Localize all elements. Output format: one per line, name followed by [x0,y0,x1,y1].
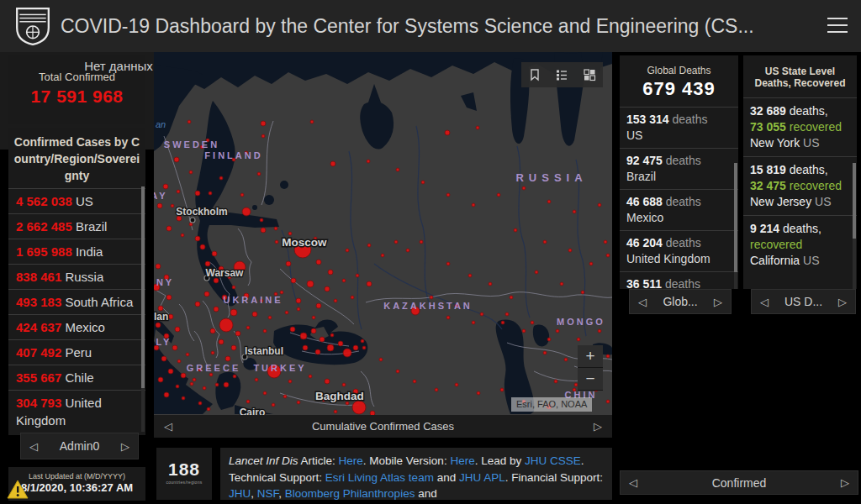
case-dot[interactable] [316,303,321,308]
case-dot[interactable] [235,331,240,336]
case-dot[interactable] [543,351,547,354]
country-row[interactable]: 355 667 Chile [8,365,145,390]
pager-next-icon[interactable]: ▷ [584,420,612,433]
case-dot[interactable] [489,282,492,286]
case-dot[interactable] [577,338,580,341]
country-row[interactable]: 424 637 Mexico [8,314,145,339]
case-dot[interactable] [531,321,534,324]
states-list-scrollbar[interactable] [853,163,856,289]
scrollbar-thumb[interactable] [734,163,737,272]
basemap-grid-icon[interactable] [583,68,596,81]
case-dot[interactable] [343,349,351,357]
case-dot[interactable] [164,392,169,397]
credit-link[interactable]: JHU [229,487,251,500]
case-dot[interactable] [166,295,172,300]
pager-prev-icon[interactable]: ◁ [621,476,646,489]
case-dot[interactable] [207,407,210,411]
case-dot[interactable] [209,192,212,195]
case-dot[interactable] [581,291,584,294]
case-dot[interactable] [210,328,215,333]
case-dot[interactable] [219,176,223,180]
case-dot[interactable] [268,316,272,319]
case-dot[interactable] [211,351,214,354]
case-dot[interactable] [296,298,301,303]
case-dot[interactable] [522,186,526,190]
case-dot[interactable] [156,264,161,269]
map-canvas[interactable]: anSWEDENFINLANDWAYRUSSIAStockholmMoscowW… [154,52,612,415]
case-dot[interactable] [406,249,409,252]
case-dot[interactable] [246,326,250,329]
case-dot[interactable] [231,345,236,350]
case-dot[interactable] [215,383,219,386]
case-dot[interactable] [261,134,265,138]
case-dot[interactable] [283,395,287,398]
case-dot[interactable] [307,281,314,287]
case-dot[interactable] [171,204,174,207]
case-dot[interactable] [446,316,450,319]
case-dot[interactable] [606,400,610,403]
credit-link[interactable]: Esri Living Atlas team [325,471,434,484]
case-dot[interactable] [309,375,312,378]
bookmark-icon[interactable] [528,68,541,81]
case-dot[interactable] [477,391,480,395]
case-dot[interactable] [181,234,184,237]
pager-next-icon[interactable]: ▷ [705,296,731,308]
case-dot[interactable] [435,388,438,391]
case-dot[interactable] [157,203,162,208]
case-dot[interactable] [338,341,343,346]
case-dot[interactable] [166,226,172,231]
case-dot[interactable] [325,286,330,291]
case-dot[interactable] [190,382,193,386]
case-dot[interactable] [181,373,186,378]
case-dot[interactable] [188,120,191,123]
map-container[interactable]: anSWEDENFINLANDWAYRUSSIAStockholmMoscowW… [154,52,612,415]
case-dot[interactable] [175,327,180,332]
case-dot[interactable] [346,249,349,252]
case-dot[interactable] [598,329,601,333]
case-dot[interactable] [186,353,189,356]
case-dot[interactable] [500,388,504,391]
case-dot[interactable] [275,240,278,244]
case-dot[interactable] [176,385,179,388]
pager-next-icon[interactable]: ▷ [832,476,858,489]
case-dot[interactable] [168,369,173,374]
case-dot[interactable] [230,309,237,316]
country-list-scrollbar[interactable] [141,186,145,432]
case-dot[interactable] [356,274,359,277]
case-dot[interactable] [163,184,168,189]
case-dot[interactable] [310,120,314,123]
case-dot[interactable] [446,193,450,197]
credit-link[interactable]: JHU CSSE [525,454,581,467]
case-dot[interactable] [472,203,475,207]
case-dot[interactable] [396,168,399,171]
case-dot[interactable] [480,312,483,316]
state-row[interactable]: 9 214 deaths, recovered California US [743,215,857,274]
case-dot[interactable] [598,203,601,207]
case-dot[interactable] [263,329,267,333]
case-dot[interactable] [327,344,334,351]
zoom-in-button[interactable]: + [578,345,603,367]
case-dot[interactable] [589,262,593,265]
case-dot[interactable] [421,181,425,184]
country-row[interactable]: 407 492 Peru [8,339,145,365]
case-dot[interactable] [203,386,206,390]
case-dot[interactable] [547,338,551,341]
case-dot[interactable] [334,410,337,413]
case-dot[interactable] [172,345,177,350]
case-dot[interactable] [189,223,193,226]
case-dot[interactable] [255,378,258,381]
case-dot[interactable] [352,401,366,414]
pager-prev-icon[interactable]: ◁ [752,296,777,308]
case-dot[interactable] [325,379,330,384]
case-dot[interactable] [394,240,398,244]
credit-link[interactable]: NSF [257,487,279,500]
case-dot[interactable] [263,391,267,395]
case-dot[interactable] [367,281,372,286]
case-dot[interactable] [195,236,200,241]
case-dot[interactable] [214,307,219,312]
case-dot[interactable] [291,278,296,283]
deaths-list-scrollbar[interactable] [734,163,737,289]
case-dot[interactable] [510,296,513,299]
case-dot[interactable] [168,314,173,319]
case-dot[interactable] [330,161,335,166]
